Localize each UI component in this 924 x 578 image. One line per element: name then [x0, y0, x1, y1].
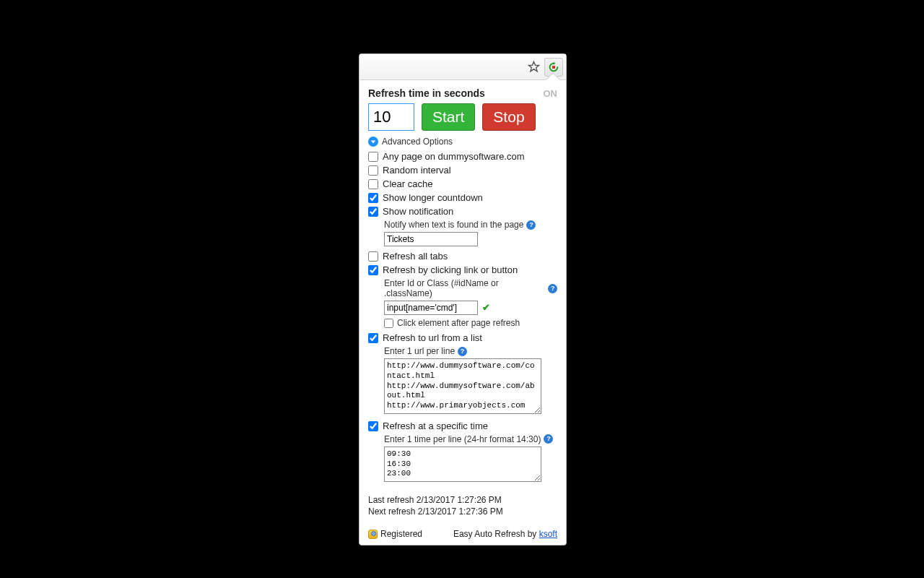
- last-refresh-label: Last refresh: [368, 495, 414, 505]
- chevron-down-icon: [368, 137, 378, 147]
- specific-time-label: Refresh at a specific time: [383, 420, 488, 431]
- svg-marker-0: [528, 61, 539, 71]
- specific-time-checkbox[interactable]: [368, 421, 378, 431]
- browser-toolbar: [359, 54, 566, 80]
- help-icon[interactable]: ?: [526, 220, 536, 230]
- selector-input[interactable]: [384, 301, 478, 315]
- longer-countdown-label: Show longer countdown: [383, 192, 483, 203]
- longer-countdown-checkbox[interactable]: [368, 193, 378, 203]
- extension-popup-window: Refresh time in seconds ON Start Stop Ad…: [359, 53, 567, 545]
- specific-time-textarea[interactable]: [384, 447, 541, 482]
- notify-text-input[interactable]: [384, 232, 478, 246]
- selector-label: Enter Id or Class (#idName or .className…: [384, 278, 545, 298]
- status-block: Last refresh 2/13/2017 1:27:26 PM Next r…: [368, 494, 557, 517]
- help-icon[interactable]: ?: [544, 434, 553, 444]
- url-list-checkbox[interactable]: [368, 333, 378, 343]
- on-off-indicator: ON: [544, 88, 558, 99]
- url-list-label: Refresh to url from a list: [383, 332, 482, 343]
- click-after-refresh-label: Click element after page refresh: [397, 318, 520, 328]
- click-after-refresh-checkbox[interactable]: [384, 319, 393, 328]
- ksoft-link[interactable]: ksoft: [539, 529, 557, 539]
- svg-marker-3: [371, 140, 375, 143]
- clear-cache-label: Clear cache: [383, 178, 432, 189]
- start-button[interactable]: Start: [422, 103, 475, 131]
- last-refresh-value: 2/13/2017 1:27:26 PM: [417, 495, 502, 505]
- specific-time-sublabel: Enter 1 time per line (24-hr format 14:3…: [384, 434, 541, 444]
- popup-body: Refresh time in seconds ON Start Stop Ad…: [359, 80, 566, 545]
- registered-badge-icon: [368, 530, 378, 539]
- refresh-all-tabs-label: Refresh all tabs: [383, 251, 448, 262]
- bookmark-star-icon[interactable]: [528, 61, 540, 73]
- show-notification-label: Show notification: [383, 206, 453, 217]
- refresh-all-tabs-checkbox[interactable]: [368, 251, 378, 262]
- stop-button[interactable]: Stop: [482, 103, 535, 131]
- attribution-text: Easy Auto Refresh by: [453, 529, 539, 539]
- attribution: Easy Auto Refresh by ksoft: [453, 529, 557, 539]
- clear-cache-checkbox[interactable]: [368, 179, 378, 189]
- notify-text-label: Notify when text is found in the page: [384, 220, 523, 230]
- refresh-click-label: Refresh by clicking link or button: [383, 264, 518, 275]
- popup-title: Refresh time in seconds: [368, 87, 485, 99]
- url-list-sublabel: Enter 1 url per line: [384, 346, 455, 356]
- seconds-input[interactable]: [368, 103, 414, 131]
- any-page-checkbox[interactable]: [368, 152, 378, 162]
- refresh-click-checkbox[interactable]: [368, 265, 378, 275]
- checkmark-icon: ✔: [482, 302, 490, 313]
- url-list-textarea[interactable]: [384, 358, 541, 414]
- next-refresh-label: Next refresh: [368, 506, 415, 517]
- help-icon[interactable]: ?: [458, 347, 467, 356]
- svg-rect-2: [552, 66, 555, 69]
- random-interval-label: Random interval: [383, 165, 451, 176]
- any-page-label: Any page on dummysoftware.com: [383, 151, 525, 162]
- help-icon[interactable]: ?: [548, 284, 557, 293]
- next-refresh-value: 2/13/2017 1:27:36 PM: [418, 506, 503, 517]
- show-notification-checkbox[interactable]: [368, 207, 378, 217]
- advanced-options-label: Advanced Options: [382, 137, 453, 147]
- registered-label: Registered: [380, 529, 422, 539]
- advanced-options-toggle[interactable]: Advanced Options: [368, 137, 557, 147]
- svg-marker-1: [553, 61, 555, 64]
- random-interval-checkbox[interactable]: [368, 165, 378, 176]
